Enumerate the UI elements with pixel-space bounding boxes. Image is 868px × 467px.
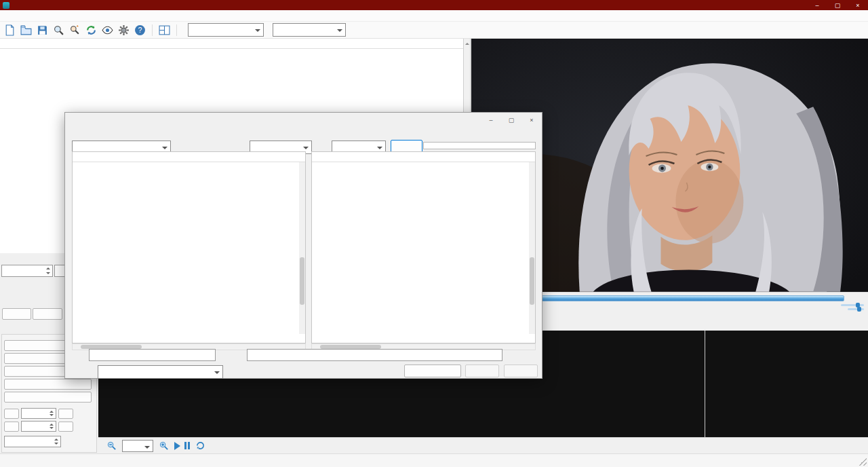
toolbar-separator [176, 24, 177, 36]
video-position-row [4, 434, 61, 446]
set-start-time-button[interactable] [4, 379, 92, 390]
menu-bar [0, 10, 868, 22]
dialog-close-button[interactable]: × [521, 113, 542, 128]
model-select[interactable] [98, 365, 223, 379]
zoom-level-select[interactable] [122, 440, 153, 452]
step-fwd-large-button[interactable] [58, 422, 73, 432]
play-icon[interactable] [174, 442, 180, 450]
toolbar: ? [0, 22, 868, 39]
help-icon[interactable]: ? [134, 24, 146, 37]
title-bar: – ▢ × [0, 0, 868, 10]
source-subtitle-list [72, 151, 306, 343]
scrollbar-thumb[interactable] [530, 257, 534, 305]
target-list-header [312, 152, 535, 162]
app-window: – ▢ × ? [0, 0, 868, 467]
zoom-out-icon[interactable] [105, 439, 118, 452]
scrollbar-thumb[interactable] [300, 257, 304, 305]
preview-icon[interactable] [101, 24, 114, 37]
pause-icon[interactable] [184, 442, 190, 449]
app-icon [3, 2, 9, 9]
playhead-cursor[interactable] [705, 331, 705, 437]
api-key-input[interactable] [247, 349, 502, 361]
step-fwd-small-button[interactable] [58, 409, 73, 419]
loop-icon[interactable] [194, 439, 207, 452]
minimize-button[interactable]: – [807, 0, 827, 10]
save-icon[interactable] [36, 24, 49, 37]
settings-icon[interactable] [117, 24, 130, 37]
target-rows [312, 162, 535, 343]
dialog-minimize-button[interactable]: – [481, 113, 501, 128]
auto-translate-dialog: – ▢ × [64, 112, 542, 379]
volume-slider[interactable] [848, 308, 864, 310]
maximize-button[interactable]: ▢ [827, 0, 848, 10]
target-scrollbar[interactable] [529, 162, 535, 334]
translate-progress-bar [423, 142, 536, 149]
next-subtitle-button[interactable] [33, 308, 62, 320]
source-list-header [73, 152, 305, 162]
playback-rate-slider[interactable] [841, 304, 864, 306]
encoding-select[interactable] [273, 23, 346, 37]
format-select[interactable] [188, 23, 264, 37]
find-icon[interactable] [52, 24, 65, 37]
resize-grip-icon[interactable] [859, 457, 867, 466]
layout-icon[interactable] [158, 24, 171, 37]
large-step-spinner[interactable] [21, 421, 56, 432]
start-time-spinner[interactable] [1, 265, 53, 277]
source-scrollbar[interactable] [299, 162, 305, 334]
dialog-maximize-button[interactable]: ▢ [501, 113, 521, 128]
visual-sync-icon[interactable] [85, 24, 98, 37]
set-end-time-button[interactable] [4, 392, 92, 403]
step-back-small-button[interactable] [4, 409, 19, 419]
subtitle-list-header [0, 39, 463, 49]
new-file-icon[interactable] [3, 24, 16, 37]
ok-button[interactable] [465, 365, 499, 377]
small-step-spinner[interactable] [21, 408, 56, 419]
step-back-large-button[interactable] [4, 422, 19, 432]
status-bar [0, 453, 868, 467]
scroll-up-icon[interactable] [465, 41, 469, 45]
toolbar-separator [152, 24, 153, 36]
source-rows [73, 162, 305, 343]
advanced-button[interactable] [404, 365, 461, 377]
url-input[interactable] [89, 349, 216, 361]
dialog-cancel-button[interactable] [504, 365, 538, 377]
waveform-toolbar [98, 437, 868, 453]
prev-subtitle-button[interactable] [2, 308, 31, 320]
target-subtitle-list [311, 151, 536, 343]
close-button[interactable]: × [848, 0, 868, 10]
open-file-icon[interactable] [20, 24, 33, 37]
svg-text:?: ? [138, 26, 142, 34]
video-position-spinner[interactable] [4, 436, 61, 447]
dialog-title-bar[interactable]: – ▢ × [65, 113, 542, 128]
replace-icon[interactable] [68, 24, 81, 37]
zoom-in-icon[interactable] [157, 439, 170, 452]
